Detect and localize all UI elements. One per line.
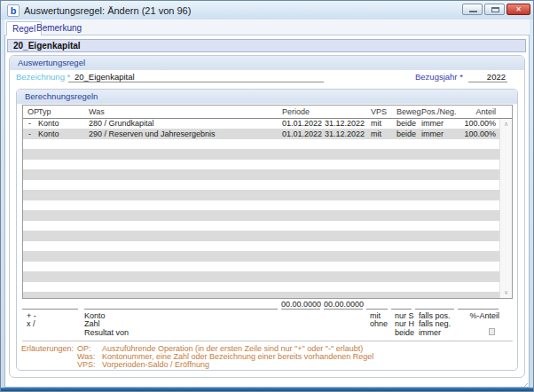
maximize-icon <box>491 7 499 12</box>
legend-beweg: nur S nur H beide <box>395 312 414 337</box>
table-scrollbar[interactable]: ∧ ∨ <box>499 119 512 298</box>
minimize-icon <box>469 11 477 12</box>
erlaeuterungen-label: Erläuterungen: <box>21 345 74 353</box>
footer-divider <box>22 341 513 341</box>
col-header-vps: VPS <box>371 107 387 116</box>
bezeichnung-underline <box>68 82 324 82</box>
cell-periode-von: 01.01.2022 <box>282 119 322 129</box>
bezugsjahr-underline <box>468 82 507 82</box>
scroll-down-icon[interactable]: ∨ <box>500 287 512 298</box>
entry-date-von[interactable]: 00.00.0000 <box>281 300 321 309</box>
entry-field-underline-was[interactable] <box>84 309 278 310</box>
entry-field-underline-beweg[interactable] <box>391 309 412 310</box>
cell-was: 290 / Reserven und Jahresergebnis <box>89 129 216 140</box>
table-empty-rows <box>23 119 499 298</box>
minimize-button[interactable] <box>462 4 483 15</box>
entry-field-underline-bis[interactable] <box>324 309 363 310</box>
anteil-box-icon <box>489 328 495 335</box>
entry-field-underline-posneg[interactable] <box>415 309 454 310</box>
tab-strip: Regel Bemerkung <box>4 20 530 35</box>
cell-typ: Konto <box>38 129 59 140</box>
legend-anteil: %-Anteil <box>443 312 499 320</box>
title-bar: b Auswertungsregel: Ändern (21 von 96) ✕ <box>1 1 533 20</box>
entry-date-bis[interactable]: 00.00.0000 <box>324 300 364 309</box>
close-icon: ✕ <box>515 5 522 13</box>
legend-op: + - x / <box>27 312 36 329</box>
tab-bemerkung[interactable]: Bemerkung <box>31 21 87 35</box>
bezugsjahr-input[interactable]: 2022 <box>468 72 506 82</box>
legend-was-line: Resultat von <box>84 329 129 337</box>
legend-anteil-line: %-Anteil <box>443 312 499 320</box>
legend-was: Konto Zahl Resultat von <box>84 312 129 337</box>
entry-field-underline-op[interactable] <box>22 309 78 310</box>
cell-periode-bis: 31.12.2022 <box>325 129 365 140</box>
col-header-beweg: Beweg. <box>397 107 423 116</box>
cell-periode-von: 01.01.2022 <box>282 129 322 140</box>
entry-field-underline-anteil[interactable] <box>458 309 499 310</box>
cell-was: 280 / Grundkapital <box>89 119 154 129</box>
window-bottom-edge <box>1 388 533 391</box>
legend-vps: mit ohne <box>370 312 388 329</box>
group-berechnungsregeln-title: Berechnungsregeln <box>17 90 517 104</box>
table-row[interactable]: - Konto 290 / Reserven und Jahresergebni… <box>23 129 499 140</box>
group-auswertungsregel-title: Auswertungsregel <box>10 56 524 70</box>
scroll-up-icon[interactable]: ∧ <box>500 119 512 129</box>
bezugsjahr-label: Bezugsjahr * <box>415 72 463 82</box>
cell-beweg: beide <box>397 119 416 129</box>
entry-field-underline-von[interactable] <box>281 309 320 310</box>
cell-beweg: beide <box>397 129 416 140</box>
legend-op-line: x / <box>27 320 36 328</box>
maximize-button[interactable] <box>484 4 505 15</box>
bezeichnung-label: Bezeichnung * <box>16 72 70 82</box>
col-header-periode: Periode <box>282 107 310 116</box>
cell-op: - <box>28 129 31 140</box>
cell-periode-bis: 31.12.2022 <box>325 119 365 129</box>
erlaeuterung-vps-key: VPS: <box>77 361 96 369</box>
cell-anteil: 100.00% <box>438 129 496 140</box>
col-header-typ: Typ <box>38 107 51 116</box>
cell-vps: mit <box>371 119 381 129</box>
close-button[interactable]: ✕ <box>507 4 530 15</box>
rules-table: OP Typ Was Periode VPS Beweg. Pos./Neg. … <box>22 105 513 299</box>
rule-name-header: 20_Eigenkapital <box>7 39 526 52</box>
window-title: Auswertungsregel: Ändern (21 von 96) <box>24 5 191 16</box>
col-header-was: Was <box>89 107 105 116</box>
erlaeuterung-vps-text: Vorperioden-Saldo / Eröffnung <box>102 361 209 369</box>
legend-posneg-line: immer <box>419 329 451 337</box>
bezeichnung-input[interactable]: 20_Eigenkapital <box>75 72 135 82</box>
legend-vps-line: ohne <box>370 320 388 328</box>
cell-vps: mit <box>371 129 381 140</box>
table-row[interactable]: - Konto 280 / Grundkapital 01.01.2022 31… <box>23 119 499 129</box>
col-header-anteil: Anteil <box>438 107 496 116</box>
cell-op: - <box>28 119 31 129</box>
cell-anteil: 100.00% <box>438 119 496 129</box>
app-icon: b <box>7 4 20 17</box>
cell-typ: Konto <box>38 119 59 129</box>
entry-field-underline-vps[interactable] <box>366 309 388 310</box>
app-window: b Auswertungsregel: Ändern (21 von 96) ✕… <box>0 0 534 392</box>
legend-beweg-line: beide <box>395 329 414 337</box>
